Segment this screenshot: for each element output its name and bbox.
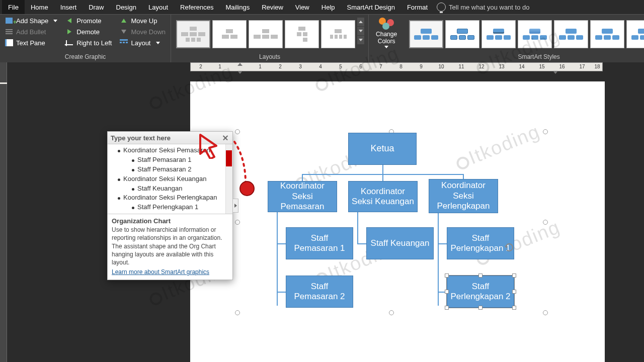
horizontal-ruler: 2 1 1 2 3 4 5 6 7 8 9 10 11 12 13 14 15 … <box>190 62 603 71</box>
document-page: Itkoding Itkoding Itkoding Itkoding Itko… <box>190 81 605 362</box>
right-to-left-button[interactable]: Right to Left <box>63 38 114 48</box>
vertical-ruler <box>0 62 7 362</box>
tell-me-search[interactable]: Tell me what you want to do <box>437 3 529 12</box>
group-label-layouts: Layouts <box>174 52 365 62</box>
textpane-footer-desc: Use to show hierarchical information or … <box>112 226 228 266</box>
layout-thumb-5[interactable] <box>321 20 355 48</box>
demote-button[interactable]: Demote <box>63 27 114 37</box>
layouts-gallery-spinner[interactable] <box>357 18 364 44</box>
style-thumb-3[interactable] <box>481 20 516 48</box>
right-indent-marker[interactable] <box>553 71 558 74</box>
layouts-gallery[interactable] <box>174 16 365 52</box>
ribbon-tabs: File Home Insert Draw Design Layout Refe… <box>0 0 644 14</box>
learn-more-link[interactable]: Learn more about SmartArt graphics <box>112 268 209 276</box>
layout-thumb-2[interactable] <box>212 20 247 48</box>
tab-design[interactable]: Design <box>110 0 142 14</box>
change-colors-icon <box>379 18 394 30</box>
org-node-staff-pemasaran-2[interactable]: Staff Pemasaran 2 <box>286 276 353 308</box>
style-thumb-6[interactable] <box>590 20 624 48</box>
resize-handle-sw[interactable] <box>235 310 240 315</box>
add-bullet-button: Add Bullet <box>3 27 59 37</box>
textpane-title: Type your text here <box>111 134 171 142</box>
org-node-staff-perlengkapan-2[interactable]: Staff Perlengkapan 2 <box>447 276 514 308</box>
first-line-indent-marker[interactable] <box>237 63 243 66</box>
smartart-selection[interactable]: Ketua Koordinator Seksi Pemasaran Koordi… <box>237 132 545 313</box>
style-thumb-2[interactable] <box>445 20 479 48</box>
tell-me-placeholder: Tell me what you want to do <box>449 4 529 11</box>
tab-smartart-design[interactable]: SmartArt Design <box>341 0 401 14</box>
shape-handle[interactable] <box>512 290 516 294</box>
layout-thumb-4[interactable] <box>285 20 319 48</box>
layout-thumb-3[interactable] <box>249 20 283 48</box>
tab-review[interactable]: Review <box>256 0 289 14</box>
tab-layout[interactable]: Layout <box>142 0 174 14</box>
resize-handle-se[interactable] <box>543 310 548 315</box>
shape-handle[interactable] <box>478 306 482 310</box>
close-icon[interactable] <box>221 134 229 142</box>
layout-thumb-1[interactable] <box>176 20 210 48</box>
list-item[interactable]: Koordinator Seksi Perlengkapan <box>112 193 224 203</box>
move-down-button: Move Down <box>118 27 168 37</box>
scrollbar-thumb[interactable] <box>226 150 232 166</box>
layout-button[interactable]: Layout <box>118 38 168 48</box>
styles-gallery[interactable] <box>407 16 644 52</box>
resize-handle-nw[interactable] <box>235 129 240 134</box>
resize-handle-w[interactable] <box>235 220 240 225</box>
tab-mailings[interactable]: Mailings <box>220 0 256 14</box>
shape-handle[interactable] <box>445 290 449 294</box>
org-node-koord-perlengkapan[interactable]: Koordinator Seksi Perlengkapan <box>429 179 498 213</box>
org-node-koord-pemasaran[interactable]: Koordinator Seksi Pemasaran <box>268 181 337 212</box>
style-thumb-4[interactable] <box>518 20 552 48</box>
resize-handle-e[interactable] <box>543 220 548 225</box>
shape-handle[interactable] <box>512 306 516 310</box>
textpane-expand-handle[interactable] <box>232 199 238 213</box>
org-node-staff-perlengkapan-1[interactable]: Staff Perlengkapan 1 <box>447 227 514 259</box>
group-label-create-graphic: Create Graphic <box>3 52 168 62</box>
tab-help[interactable]: Help <box>315 0 341 14</box>
group-label-styles: SmartArt Styles <box>407 52 644 62</box>
org-node-ketua[interactable]: Ketua <box>348 133 417 165</box>
tab-home[interactable]: Home <box>25 0 54 14</box>
list-item[interactable]: Staff Keuangan <box>112 184 224 194</box>
list-item[interactable]: Koordinator Seksi Keuangan <box>112 174 224 184</box>
hanging-indent-marker[interactable] <box>237 71 243 74</box>
ribbon: Add Shape Add Bullet Text Pane Promote D… <box>0 14 644 62</box>
shape-handle[interactable] <box>478 274 482 278</box>
change-colors-button[interactable]: Change Colors <box>372 16 401 50</box>
resize-handle-s[interactable] <box>389 310 394 315</box>
shape-handle[interactable] <box>512 274 516 278</box>
tab-file[interactable]: File <box>2 0 25 14</box>
list-item[interactable]: Staff Pemasaran 2 <box>112 165 224 174</box>
tab-view[interactable]: View <box>289 0 315 14</box>
shape-handle[interactable] <box>445 274 449 278</box>
org-node-koord-keuangan[interactable]: Koordinator Seksi Keuangan <box>348 181 418 212</box>
tab-draw[interactable]: Draw <box>83 0 110 14</box>
tab-format[interactable]: Format <box>401 0 434 14</box>
annotation-dot <box>239 181 255 196</box>
annotation-cursor-icon <box>197 134 218 159</box>
textpane-footer: Organization Chart Use to show hierarchi… <box>108 214 232 280</box>
textpane-footer-title: Organization Chart <box>112 217 228 225</box>
org-node-staff-pemasaran-1[interactable]: Staff Pemasaran 1 <box>286 227 353 259</box>
rotate-handle[interactable] <box>505 243 513 251</box>
move-up-button[interactable]: Move Up <box>118 16 168 26</box>
shape-handle[interactable] <box>445 306 449 310</box>
add-shape-button[interactable]: Add Shape <box>3 16 59 26</box>
tab-references[interactable]: References <box>174 0 219 14</box>
resize-handle-ne[interactable] <box>543 129 548 134</box>
org-node-staff-keuangan[interactable]: Staff Keuangan <box>366 227 434 259</box>
text-pane-button[interactable]: Text Pane <box>3 38 59 48</box>
tab-insert[interactable]: Insert <box>54 0 83 14</box>
list-item[interactable]: Staff Perlengkapan 1 <box>112 203 224 212</box>
lightbulb-icon <box>437 3 446 12</box>
style-thumb-5[interactable] <box>554 20 588 48</box>
style-thumb-1[interactable] <box>409 20 443 48</box>
promote-button[interactable]: Promote <box>63 16 114 26</box>
style-thumb-7[interactable] <box>626 20 644 48</box>
